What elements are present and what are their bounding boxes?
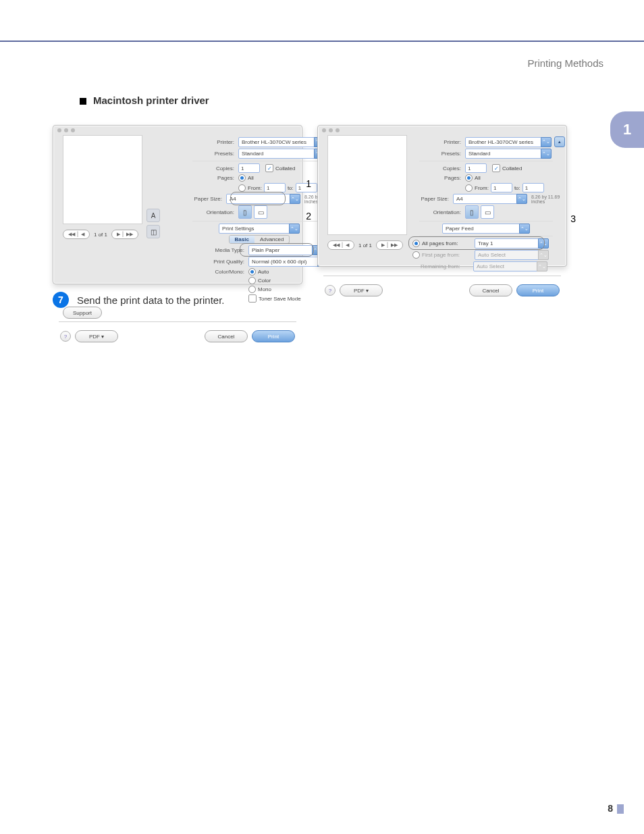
orientation-landscape-button[interactable]: ▭ <box>254 205 267 219</box>
pages-range-radio[interactable] <box>465 184 473 192</box>
chevron-updown-icon: ⌃⌄ <box>516 194 527 204</box>
media-type-value: Plain Paper <box>252 247 279 253</box>
tab-advanced[interactable]: Advanced <box>254 236 290 243</box>
first-page-from-select: Auto Select ⌃⌄ <box>475 250 549 260</box>
collated-label: Collated <box>275 165 295 172</box>
print-button[interactable]: Print <box>516 284 560 296</box>
page-corner-mark <box>617 804 624 814</box>
copies-field[interactable]: 1 <box>238 163 260 173</box>
preview-first-button[interactable]: ◀◀ │ ◀ <box>63 230 90 239</box>
color-mono-mono-radio[interactable] <box>248 286 256 293</box>
copies-label: Copies: <box>407 165 465 172</box>
orientation-landscape-button[interactable]: ▭ <box>481 205 494 219</box>
printer-select[interactable]: Brother HL-3070CW series ⌃⌄ <box>465 137 552 147</box>
print-button[interactable]: Print <box>252 330 295 342</box>
page-number: 8 <box>608 803 613 814</box>
pages-to-label: to: <box>514 185 520 191</box>
toner-save-checkbox[interactable] <box>248 294 257 303</box>
media-type-select[interactable]: Plain Paper ⌃⌄ <box>248 245 323 255</box>
pages-label: Pages: <box>407 175 465 181</box>
step-7: 7 Send the print data to the printer. <box>53 292 224 308</box>
window-dots <box>53 126 302 135</box>
all-pages-from-radio[interactable] <box>412 240 420 247</box>
first-page-from-radio[interactable] <box>412 251 420 259</box>
cancel-button[interactable]: Cancel <box>205 330 248 342</box>
printer-select[interactable]: Brother HL-3070CW series ⌃⌄ <box>238 137 325 147</box>
panel-value: Paper Feed <box>446 226 474 232</box>
pages-from-label: From: <box>248 185 262 191</box>
panel-select[interactable]: Print Settings ⌃⌄ <box>219 224 300 234</box>
orientation-portrait-button[interactable]: ▯ <box>238 205 252 219</box>
color-mono-auto-label: Auto <box>258 269 269 275</box>
panel-value: Print Settings <box>222 226 254 232</box>
chevron-updown-icon: ⌃⌄ <box>538 250 549 260</box>
media-type-label: Media Type: <box>180 247 248 253</box>
pages-from-field[interactable]: 1 <box>491 183 512 192</box>
presets-value: Standard <box>468 151 490 157</box>
collated-checkbox[interactable]: ✓ <box>265 164 273 172</box>
section-heading: Macintosh printer driver <box>80 95 209 106</box>
preview-last-button[interactable]: ▶ │ ▶▶ <box>376 240 403 250</box>
pdf-menu-button[interactable]: PDF ▾ <box>340 284 383 296</box>
color-mono-color-radio[interactable] <box>248 277 256 284</box>
collated-label: Collated <box>502 165 522 172</box>
printer-value: Brother HL-3070CW series <box>468 139 533 145</box>
remaining-from-value: Auto Select <box>477 263 504 269</box>
presets-select[interactable]: Standard ⌃⌄ <box>465 149 552 159</box>
printer-value: Brother HL-3070CW series <box>242 139 306 145</box>
color-mono-color-label: Color <box>258 278 271 284</box>
chevron-updown-icon: ⌃⌄ <box>541 149 552 159</box>
print-dialog-paper-feed: ◀◀ │ ◀ 1 of 1 ▶ │ ▶▶ Printer: Brother HL… <box>317 125 567 267</box>
first-page-from-value: Auto Select <box>478 252 506 258</box>
copies-field[interactable]: 1 <box>465 163 487 173</box>
heading-bullet-icon <box>80 98 86 105</box>
presets-label: Presets: <box>407 151 465 157</box>
page: Printing Methods 1 Macintosh printer dri… <box>0 0 644 834</box>
callout-number-3: 3 <box>570 213 576 224</box>
help-button[interactable]: ? <box>60 331 71 342</box>
pages-all-radio[interactable] <box>465 174 473 182</box>
first-page-from-label: First page from: <box>422 252 475 258</box>
presets-value: Standard <box>242 151 263 157</box>
preview-first-button[interactable]: ◀◀ │ ◀ <box>327 240 354 250</box>
pdf-menu-button[interactable]: PDF ▾ <box>75 330 118 342</box>
running-header: Printing Methods <box>527 57 603 69</box>
callout-number-1: 1 <box>306 178 311 189</box>
tab-basic[interactable]: Basic <box>230 236 254 243</box>
collapse-button[interactable]: ▴ <box>554 136 565 147</box>
pages-all-radio[interactable] <box>238 174 246 182</box>
pages-from-field[interactable]: 1 <box>264 183 286 192</box>
window-dots <box>318 126 566 135</box>
step-text: Send the print data to the printer. <box>77 294 224 306</box>
pages-from-label: From: <box>475 185 489 191</box>
orientation-portrait-button[interactable]: ▯ <box>465 205 479 219</box>
print-quality-select[interactable]: Normal (600 x 600 dpi) ⌃⌄ <box>248 257 328 267</box>
support-button[interactable]: Support <box>63 307 102 319</box>
dialog-screenshots: ◀◀ │ ◀ 1 of 1 ▶ │ ▶▶ A ◫ Printer: <box>53 125 567 284</box>
pages-all-label: All <box>248 175 254 181</box>
all-pages-from-select[interactable]: Tray 1 ⌃⌄ <box>475 238 549 249</box>
settings-tabs[interactable]: Basic Advanced <box>229 235 290 244</box>
app-icon-chart: ◫ <box>146 225 160 238</box>
collated-checkbox[interactable]: ✓ <box>492 164 500 172</box>
print-quality-label: Print Quality: <box>180 259 248 265</box>
step-number-badge: 7 <box>53 292 69 308</box>
paper-size-select[interactable]: A4 ⌃⌄ <box>226 194 300 204</box>
page-preview <box>327 135 407 235</box>
preview-last-button[interactable]: ▶ │ ▶▶ <box>111 230 138 239</box>
pages-range-radio[interactable] <box>238 184 246 192</box>
all-pages-from-value: Tray 1 <box>478 240 493 246</box>
color-mono-auto-radio[interactable] <box>248 268 256 276</box>
chevron-updown-icon: ⌃⌄ <box>537 261 547 271</box>
preview-page-indicator: 1 of 1 <box>94 232 107 238</box>
pages-to-field[interactable]: 1 <box>522 183 544 192</box>
presets-select[interactable]: Standard ⌃⌄ <box>238 149 325 159</box>
help-button[interactable]: ? <box>325 285 336 296</box>
top-rule <box>0 41 644 42</box>
panel-select[interactable]: Paper Feed ⌃⌄ <box>442 224 530 234</box>
paper-size-select[interactable]: A4 ⌃⌄ <box>453 194 527 204</box>
orientation-label: Orientation: <box>180 209 238 215</box>
preview-area: ◀◀ │ ◀ 1 of 1 ▶ │ ▶▶ <box>318 135 407 273</box>
cancel-button[interactable]: Cancel <box>469 284 512 296</box>
copies-label: Copies: <box>180 165 238 172</box>
